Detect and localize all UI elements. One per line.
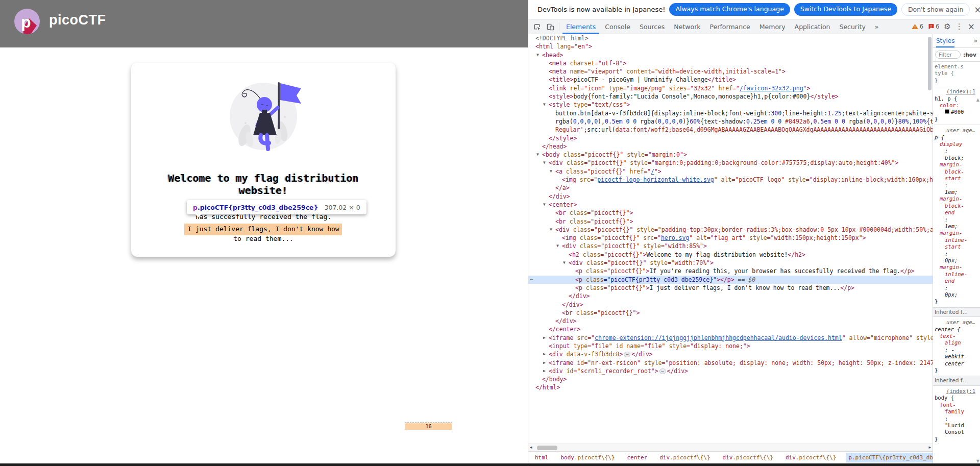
style-rule-line[interactable]: } (935, 436, 980, 443)
elements-horizontal-scrollbar[interactable]: ◂ ▸ (528, 444, 933, 451)
style-rule-line[interactable]: : - (935, 347, 980, 353)
styles-scroll-down-icon[interactable]: ▼ (976, 459, 979, 463)
code-line[interactable]: Regular';src:url(data:font/woff2;base64,… (528, 126, 933, 134)
style-rule-line[interactable]: 0px; (935, 257, 980, 264)
style-rule-line[interactable]: user age… (935, 319, 980, 326)
devtools-menu-icon[interactable]: ⋮ (955, 23, 963, 31)
style-rule-line[interactable]: block- (935, 203, 980, 209)
code-line[interactable]: </html> (528, 383, 933, 391)
code-line[interactable]: ▶<div data-v-f3fb3dc8>⋯</div> (528, 350, 933, 358)
tab-sources[interactable]: Sources (635, 19, 669, 34)
style-rule-line[interactable]: webkit- (935, 353, 980, 360)
style-rule-line[interactable]: 0px; (935, 291, 980, 298)
code-line[interactable]: </div> (528, 317, 933, 325)
code-line[interactable]: ▶<div id="scrnli_recorder_root">⋯</div> (528, 367, 933, 375)
code-line[interactable]: ▼<a class="picoctf{}" href="/"> (528, 167, 933, 176)
style-rule-line[interactable]: } (935, 367, 980, 374)
style-rule-line[interactable]: text- (935, 333, 980, 339)
breadcrumb-item[interactable]: div.picoctf\{\} (783, 453, 839, 462)
style-rule-line[interactable]: end (935, 278, 980, 284)
code-line[interactable]: <br class="picoctf{}"> (528, 217, 933, 226)
styles-scroll-up-icon[interactable]: ▲ (976, 97, 979, 102)
style-rule-line[interactable]: Consol (935, 429, 980, 435)
notification-button[interactable]: Switch DevTools to Japanese (794, 3, 897, 16)
style-rule-line[interactable]: 1em; (935, 223, 980, 230)
breadcrumb-item[interactable]: center (624, 453, 650, 462)
code-line[interactable]: ▼<center> (528, 201, 933, 209)
breadcrumb-item[interactable]: body.picoctf\{\} (558, 453, 618, 462)
collapse-arrow-icon[interactable]: ▼ (550, 226, 552, 234)
tab-console[interactable]: Console (600, 19, 635, 34)
infobar-close-icon[interactable]: × (974, 5, 980, 15)
collapse-arrow-icon[interactable]: ▼ (556, 242, 559, 250)
toggle-element-state-button[interactable]: :hov (963, 52, 976, 58)
style-rule-line[interactable]: element.s (935, 63, 980, 70)
code-line[interactable]: ▼<div class="picoctf{}" style="width:70%… (528, 259, 933, 267)
breadcrumb-item[interactable]: div.picoctf\{\} (720, 453, 776, 462)
code-line[interactable]: ▼<div class="picoctf{}" style="padding-t… (528, 226, 933, 234)
notification-button[interactable]: Always match Chrome's language (669, 3, 790, 16)
code-line[interactable]: </head> (528, 142, 933, 151)
style-rule-line[interactable]: center (935, 360, 980, 367)
style-rule-line[interactable]: margin- (935, 264, 980, 271)
code-line[interactable]: <img src="picoctf-logo-horizontal-white.… (528, 176, 933, 184)
code-line[interactable]: </a> (528, 184, 933, 192)
style-rule-line[interactable]: h1, p { (935, 95, 980, 102)
code-line[interactable]: <img class="picoctf{}" src="hero.svg" al… (528, 234, 933, 242)
breadcrumb-item[interactable]: p.picoCTF\{pr3tty_c0d3_dbe259ce\} (846, 453, 933, 462)
style-rule-line[interactable]: "Lucid (935, 422, 980, 429)
code-line[interactable]: <p class="picoctf{}">I just deliver flag… (528, 284, 933, 292)
code-line[interactable]: ▶<iframe src="chrome-extension://ijejngg… (528, 334, 933, 342)
collapse-arrow-icon[interactable]: ▼ (536, 51, 539, 59)
tab-application[interactable]: Application (790, 19, 835, 34)
code-line[interactable]: </div> (528, 192, 933, 201)
issues-indicator[interactable]: 6 (928, 23, 939, 30)
code-line[interactable]: ▶<iframe id="nr-ext-rsicon" style="posit… (528, 359, 933, 367)
breadcrumb-item[interactable]: div.picoctf\{\} (657, 453, 713, 462)
code-line[interactable]: <meta charset="utf-8"> (528, 59, 933, 67)
style-rule-line[interactable]: center { (935, 326, 980, 333)
tab-security[interactable]: Security (835, 19, 870, 34)
collapse-arrow-icon[interactable]: ▼ (543, 159, 546, 167)
code-line[interactable]: <br class="picoctf{}"> (528, 309, 933, 317)
code-line[interactable]: <meta name="viewport" content="width=dev… (528, 67, 933, 76)
picoctf-logo-icon[interactable]: p (14, 9, 40, 34)
node-menu-icon[interactable]: ⋯ (530, 276, 533, 284)
code-line[interactable]: button.btn[data-v-f3fb3dc8]{display:inli… (528, 109, 933, 117)
styles-filter-input[interactable]: Filter (935, 51, 961, 59)
notification-button[interactable]: Don't show again (901, 3, 970, 16)
style-rule-line[interactable]: margin- (935, 195, 980, 202)
code-line[interactable]: ▼<div class="picoctf{}" style="margin:0;… (528, 159, 933, 167)
code-line[interactable]: rgba(0,0,0,0),0.5em 0 0 rgba(0,0,0,0)}60… (528, 117, 933, 126)
style-rule-line[interactable]: #000 (935, 109, 980, 115)
tab-[interactable]: » (870, 19, 884, 34)
code-line[interactable]: <html lang="en"> (528, 42, 933, 51)
style-rule-line[interactable]: display (935, 141, 980, 148)
style-rule-line[interactable]: tyle { (935, 70, 980, 77)
code-line[interactable]: </body> (528, 375, 933, 383)
collapse-arrow-icon[interactable]: ▼ (543, 101, 546, 109)
style-rule-line[interactable]: : (935, 216, 980, 223)
device-toolbar-icon[interactable] (544, 19, 557, 34)
expand-arrow-icon[interactable]: ▶ (543, 334, 546, 342)
style-rule-line[interactable]: end (935, 209, 980, 216)
sidebar-more-tabs-icon[interactable]: » (974, 37, 977, 44)
style-rule-line[interactable]: color: (935, 102, 980, 109)
settings-gear-icon[interactable]: ⚙ (944, 23, 950, 31)
style-rule-line[interactable]: font- (935, 402, 980, 408)
code-line[interactable]: </center> (528, 325, 933, 333)
style-rule-line[interactable]: start (935, 175, 980, 182)
code-line[interactable]: <link rel="icon" type="image/png" sizes=… (528, 84, 933, 92)
style-rule-line[interactable]: align (935, 339, 980, 346)
scroll-left-icon[interactable]: ◂ (530, 445, 532, 450)
tab-styles[interactable]: Styles (936, 34, 954, 47)
code-line[interactable]: <h2 class="picoctf{}">Welcome to my flag… (528, 251, 933, 259)
elements-vertical-scrollbar[interactable] (928, 37, 932, 90)
style-rule-line[interactable]: 1em; (935, 189, 980, 195)
expand-arrow-icon[interactable]: ▶ (543, 350, 546, 358)
style-rule-line[interactable]: : (935, 148, 980, 154)
expand-arrow-icon[interactable]: ▶ (543, 359, 546, 367)
collapse-arrow-icon[interactable]: ▼ (536, 151, 539, 159)
style-rule-line[interactable]: start (935, 243, 980, 250)
style-rule-line[interactable]: : (935, 182, 980, 189)
